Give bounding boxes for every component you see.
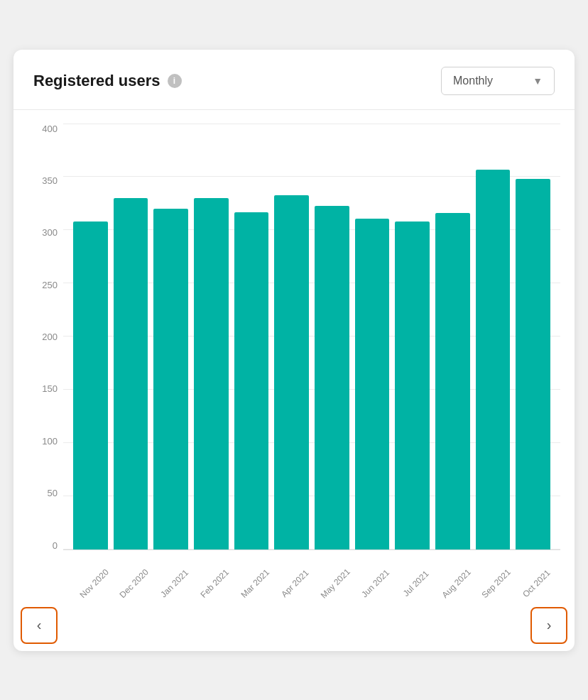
prev-icon: ‹ xyxy=(37,617,42,633)
x-label-wrapper: Sep 2021 xyxy=(473,574,513,593)
x-axis-label: Oct 2021 xyxy=(521,567,552,598)
header-left: Registered users i xyxy=(33,72,182,90)
registered-users-card: Registered users i Monthly ▼ 05010015020… xyxy=(13,50,575,651)
prev-button[interactable]: ‹ xyxy=(21,607,58,644)
x-axis-label: Jul 2021 xyxy=(401,568,431,598)
y-axis-label: 0 xyxy=(28,541,63,550)
x-label-wrapper: May 2021 xyxy=(312,574,352,593)
x-axis-label: Nov 2020 xyxy=(77,567,110,599)
bar xyxy=(274,195,309,549)
bar-wrapper xyxy=(432,124,473,549)
bar xyxy=(194,198,229,549)
bar-wrapper xyxy=(191,124,232,549)
x-label-wrapper: Aug 2021 xyxy=(432,574,473,593)
bar-wrapper xyxy=(232,124,272,549)
x-label-wrapper: Feb 2021 xyxy=(191,574,232,593)
y-axis-label: 50 xyxy=(28,488,63,498)
x-axis-label: Mar 2021 xyxy=(239,567,271,600)
y-axis-label: 400 xyxy=(28,124,63,133)
y-axis: 050100150200250300350400 xyxy=(28,124,63,550)
x-axis-label: Jun 2021 xyxy=(360,567,392,599)
bar-wrapper xyxy=(70,124,111,549)
bar xyxy=(476,170,511,549)
x-label-wrapper: Jan 2021 xyxy=(151,574,191,593)
bar xyxy=(395,222,430,549)
next-icon: › xyxy=(547,617,552,633)
chevron-down-icon: ▼ xyxy=(533,75,543,87)
x-label-wrapper: Jun 2021 xyxy=(352,574,393,593)
x-axis-label: Dec 2020 xyxy=(118,567,151,599)
bar-wrapper xyxy=(473,124,513,549)
x-labels: Nov 2020Dec 2020Jan 2021Feb 2021Mar 2021… xyxy=(63,550,560,593)
x-label-wrapper: Apr 2021 xyxy=(271,574,312,593)
dropdown-label: Monthly xyxy=(453,75,493,87)
bar xyxy=(73,222,108,549)
y-axis-label: 300 xyxy=(28,228,63,237)
info-icon[interactable]: i xyxy=(168,74,182,88)
bar xyxy=(234,212,269,549)
next-button[interactable]: › xyxy=(530,607,567,644)
y-axis-label: 100 xyxy=(28,437,63,446)
bar xyxy=(153,209,188,549)
y-axis-label: 250 xyxy=(28,280,63,290)
x-label-wrapper: Mar 2021 xyxy=(232,574,272,593)
x-axis-label: Apr 2021 xyxy=(279,567,310,598)
bar xyxy=(435,213,470,549)
bar xyxy=(114,198,148,549)
x-axis-label: Jan 2021 xyxy=(158,567,190,599)
bar-wrapper xyxy=(513,124,553,549)
card-header: Registered users i Monthly ▼ xyxy=(13,50,575,110)
period-dropdown[interactable]: Monthly ▼ xyxy=(441,67,555,95)
bar-wrapper xyxy=(312,124,352,549)
bar-wrapper xyxy=(111,124,151,549)
bar-wrapper xyxy=(392,124,432,549)
bar-wrapper xyxy=(271,124,312,549)
x-axis-label: Aug 2021 xyxy=(440,567,472,599)
bars-container xyxy=(63,124,560,549)
x-label-wrapper: Nov 2020 xyxy=(70,574,111,593)
x-axis-label: May 2021 xyxy=(319,567,352,600)
bar-wrapper xyxy=(151,124,191,549)
x-axis-label: Sep 2021 xyxy=(480,567,513,599)
y-axis-label: 350 xyxy=(28,176,63,185)
x-label-wrapper: Jul 2021 xyxy=(392,574,432,593)
bar xyxy=(355,219,390,549)
chart-area: 050100150200250300350400 Nov 2020Dec 202… xyxy=(13,110,575,600)
bar xyxy=(516,179,550,549)
y-axis-label: 200 xyxy=(28,332,63,341)
x-axis-label: Feb 2021 xyxy=(198,567,231,600)
nav-footer: ‹ › xyxy=(13,600,575,651)
x-label-wrapper: Dec 2020 xyxy=(111,574,151,593)
card-title: Registered users xyxy=(33,72,160,90)
y-axis-label: 150 xyxy=(28,384,63,393)
bar xyxy=(315,206,349,549)
bar-wrapper xyxy=(352,124,393,549)
chart-container: 050100150200250300350400 Nov 2020Dec 202… xyxy=(28,124,560,593)
plot-area xyxy=(63,124,560,550)
x-label-wrapper: Oct 2021 xyxy=(513,574,553,593)
